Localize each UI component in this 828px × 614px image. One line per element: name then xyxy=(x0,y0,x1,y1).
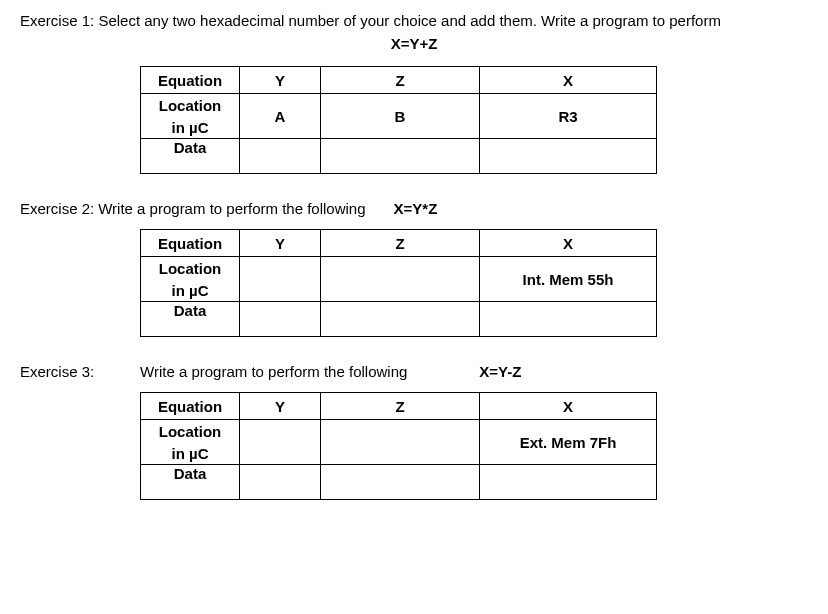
table-location-row: Location A B R3 xyxy=(141,94,657,117)
exercise3-text: Write a program to perform the following xyxy=(140,363,407,380)
location-label-bottom: in µC xyxy=(141,279,240,302)
header-z: Z xyxy=(321,393,480,420)
exercise2-table: Equation Y Z X Location Int. Mem 55h in … xyxy=(140,229,657,337)
location-label-bottom: in µC xyxy=(141,116,240,139)
data-y xyxy=(240,139,321,174)
header-x: X xyxy=(480,393,657,420)
table-header-row: Equation Y Z X xyxy=(141,230,657,257)
exercise3-equation: X=Y-Z xyxy=(479,363,521,380)
exercise1-title: Exercise 1: Select any two hexadecimal n… xyxy=(20,10,808,31)
location-z xyxy=(321,420,480,465)
location-label-top: Location xyxy=(141,257,240,280)
location-y xyxy=(240,257,321,302)
exercise2-prefix: Exercise 2: xyxy=(20,200,94,217)
exercise1-table: Equation Y Z X Location A B R3 in µC Dat… xyxy=(140,66,657,174)
header-y: Y xyxy=(240,393,321,420)
header-equation: Equation xyxy=(141,230,240,257)
exercise3-table: Equation Y Z X Location Ext. Mem 7Fh in … xyxy=(140,392,657,500)
location-z xyxy=(321,257,480,302)
exercise2-text: Write a program to perform the following xyxy=(98,200,365,217)
location-z: B xyxy=(321,94,480,139)
location-y: A xyxy=(240,94,321,139)
data-y xyxy=(240,465,321,500)
data-label: Data xyxy=(141,465,240,500)
exercise2-equation: X=Y*Z xyxy=(394,200,438,217)
location-x: Int. Mem 55h xyxy=(480,257,657,302)
header-x: X xyxy=(480,230,657,257)
table-data-row: Data xyxy=(141,302,657,337)
header-y: Y xyxy=(240,67,321,94)
data-x xyxy=(480,139,657,174)
table-location-row: Location Int. Mem 55h xyxy=(141,257,657,280)
table-location-row: Location Ext. Mem 7Fh xyxy=(141,420,657,443)
location-label-top: Location xyxy=(141,420,240,443)
exercise1-text: Select any two hexadecimal number of you… xyxy=(98,12,721,29)
data-z xyxy=(321,302,480,337)
header-equation: Equation xyxy=(141,67,240,94)
location-x: Ext. Mem 7Fh xyxy=(480,420,657,465)
table-data-row: Data xyxy=(141,465,657,500)
data-z xyxy=(321,139,480,174)
header-equation: Equation xyxy=(141,393,240,420)
location-label-top: Location xyxy=(141,94,240,117)
exercise2-title: Exercise 2: Write a program to perform t… xyxy=(20,200,808,217)
data-z xyxy=(321,465,480,500)
exercise3-prefix: Exercise 3: xyxy=(20,363,140,380)
exercise3-title: Exercise 3: Write a program to perform t… xyxy=(20,363,808,380)
header-z: Z xyxy=(321,230,480,257)
data-x xyxy=(480,465,657,500)
header-y: Y xyxy=(240,230,321,257)
data-label: Data xyxy=(141,139,240,174)
table-header-row: Equation Y Z X xyxy=(141,393,657,420)
location-x: R3 xyxy=(480,94,657,139)
header-z: Z xyxy=(321,67,480,94)
data-x xyxy=(480,302,657,337)
data-label: Data xyxy=(141,302,240,337)
exercise1-equation: X=Y+Z xyxy=(20,35,808,52)
location-y xyxy=(240,420,321,465)
table-data-row: Data xyxy=(141,139,657,174)
header-x: X xyxy=(480,67,657,94)
data-y xyxy=(240,302,321,337)
exercise1-prefix: Exercise 1: xyxy=(20,12,98,29)
location-label-bottom: in µC xyxy=(141,442,240,465)
table-header-row: Equation Y Z X xyxy=(141,67,657,94)
